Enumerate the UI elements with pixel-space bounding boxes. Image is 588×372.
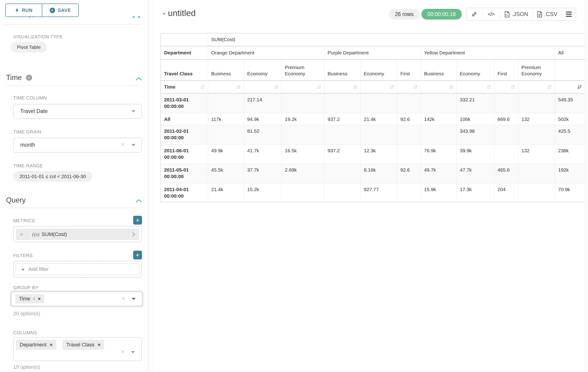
sort-cell[interactable]: [421, 80, 456, 93]
value-cell: 217.14: [244, 93, 282, 113]
value-cell: 92.6: [397, 164, 421, 183]
sort-toggle-icon[interactable]: [273, 84, 279, 90]
sort-toggle-icon[interactable]: [316, 84, 322, 90]
value-cell: 425.5: [555, 125, 585, 144]
remove-tag-icon[interactable]: ×: [98, 342, 100, 348]
time-range-pill[interactable]: 2011-01-01 ≤ col < 2011-06-30: [13, 171, 92, 182]
sort-toggle-icon[interactable]: [547, 84, 552, 90]
sort-toggle-icon[interactable]: [236, 84, 242, 90]
export-json-button[interactable]: .JSON: [500, 8, 533, 20]
bolt-icon: [15, 8, 19, 13]
group-by-select[interactable]: Time i × ×: [11, 292, 142, 306]
time-section-heading: Time: [6, 74, 22, 82]
sort-cell[interactable]: [244, 80, 282, 93]
value-cell: 132: [518, 144, 555, 164]
table-row: 2011-04-01 00:00:0021.4k15.2k927.7715.9k…: [161, 183, 585, 202]
remove-tag-icon[interactable]: ×: [38, 296, 41, 302]
copy-link-button[interactable]: [466, 8, 482, 20]
value-cell: 15.9k: [421, 183, 456, 202]
sort-cell[interactable]: [555, 80, 585, 93]
clear-icon[interactable]: ×: [122, 296, 125, 302]
sort-toggle-icon[interactable]: [486, 84, 492, 90]
value-cell: [360, 93, 397, 113]
panel-divider[interactable]: [148, 0, 148, 372]
export-button-group: </> .JSON .CSV: [466, 8, 576, 21]
value-cell: 17.3k: [456, 183, 494, 202]
add-filter-label: Add filter: [28, 266, 49, 272]
sort-toggle-icon[interactable]: [353, 84, 358, 90]
sort-descending-icon[interactable]: [577, 84, 582, 90]
table-row: All117k94.9k19.2k937.221.4k92.6142k106k6…: [161, 113, 585, 125]
time-column-select[interactable]: Travel Date: [13, 104, 142, 119]
visualization-type-label: VISUALIZATION TYPE: [13, 34, 63, 40]
sort-cell[interactable]: [397, 80, 421, 93]
value-cell: [518, 164, 555, 183]
columns-select[interactable]: Department × Travel Class × ×: [13, 337, 142, 361]
sort-cell[interactable]: [494, 80, 518, 93]
value-cell: 204: [494, 183, 518, 202]
sort-toggle-icon[interactable]: [413, 84, 418, 90]
group-by-options-hint: 20 option(s): [13, 311, 40, 317]
travel-class-cell: [555, 60, 585, 80]
metric-chip[interactable]: × ƒ(x) SUM(Cost): [16, 229, 139, 240]
run-button[interactable]: RUN: [6, 4, 42, 17]
vertical-scrollbar[interactable]: [585, 0, 588, 372]
collapse-chevron-up-icon[interactable]: [135, 76, 142, 81]
save-button[interactable]: + SAVE: [42, 4, 78, 17]
travel-class-cell: Business: [208, 60, 244, 80]
sort-cell[interactable]: [282, 80, 324, 93]
visualization-type-pill[interactable]: Pivot Table: [11, 42, 47, 53]
sort-cell[interactable]: [456, 80, 494, 93]
value-cell: 47.7k: [456, 164, 494, 183]
more-options-button[interactable]: [561, 8, 576, 20]
remove-metric-icon[interactable]: ×: [16, 229, 27, 240]
clear-icon[interactable]: ×: [121, 142, 125, 148]
value-cell: 2.69k: [282, 164, 324, 183]
value-cell: 142k: [421, 113, 456, 125]
value-cell: 70.9k: [555, 183, 585, 202]
travel-class-cell: Economy: [456, 60, 494, 80]
value-cell: 927.77: [360, 183, 397, 202]
sort-cell[interactable]: [518, 80, 555, 93]
export-csv-label: .CSV: [544, 11, 557, 17]
sort-cell[interactable]: [324, 80, 360, 93]
add-filter-button[interactable]: + Add filter: [16, 263, 139, 275]
chart-title[interactable]: - untitled: [163, 8, 196, 18]
sort-cell[interactable]: [208, 80, 244, 93]
view-query-button[interactable]: </>: [482, 8, 500, 20]
table-row: 2011-03-01 00:00:00217.14332.21549.35: [161, 93, 585, 113]
group-by-label: GROUP BY: [13, 285, 38, 290]
sort-cell[interactable]: [360, 80, 397, 93]
hidden-control-dot: [138, 16, 140, 18]
value-cell: 49.9k: [208, 144, 244, 164]
panel-divider-inner: [152, 0, 153, 372]
time-sort-header[interactable]: Time: [161, 80, 208, 93]
clear-icon[interactable]: ×: [121, 349, 125, 355]
metrics-label: METRICS: [13, 218, 35, 223]
value-cell: [518, 125, 555, 144]
columns-options-hint: 19 option(s): [13, 364, 40, 370]
value-cell: [397, 183, 421, 202]
row-header-cell: 2011-06-01 00:00:00: [161, 144, 208, 164]
row-header-cell: 2011-02-01 00:00:00: [161, 125, 208, 144]
time-column-label: TIME COLUMN: [13, 95, 47, 101]
chevron-right-icon[interactable]: [128, 229, 139, 240]
collapse-chevron-up-icon[interactable]: [135, 198, 142, 203]
control-panel-sidebar: Chart Type RUN + SAVE VISUALIZATION TYPE…: [0, 0, 148, 372]
sort-toggle-icon[interactable]: [200, 84, 205, 90]
add-filter-plus-button[interactable]: +: [133, 251, 142, 259]
value-cell: 106k: [456, 113, 494, 125]
menu-icon: [566, 12, 572, 17]
columns-tag-label: Travel Class: [66, 342, 94, 348]
remove-tag-icon[interactable]: ×: [50, 342, 52, 348]
time-grain-select[interactable]: month ×: [13, 138, 142, 152]
export-csv-button[interactable]: .CSV: [533, 8, 561, 20]
query-timer-badge: 00:00:00.18: [421, 9, 462, 20]
value-cell: 49.7k: [421, 164, 456, 183]
sort-toggle-icon[interactable]: [510, 84, 516, 90]
sort-toggle-icon[interactable]: [389, 84, 395, 90]
value-cell: 465.6: [494, 164, 518, 183]
add-metric-button[interactable]: +: [133, 216, 142, 225]
sort-toggle-icon[interactable]: [449, 84, 454, 90]
table-row: 2011-06-01 00:00:0049.9k41.7k16.5k937.21…: [161, 144, 585, 164]
